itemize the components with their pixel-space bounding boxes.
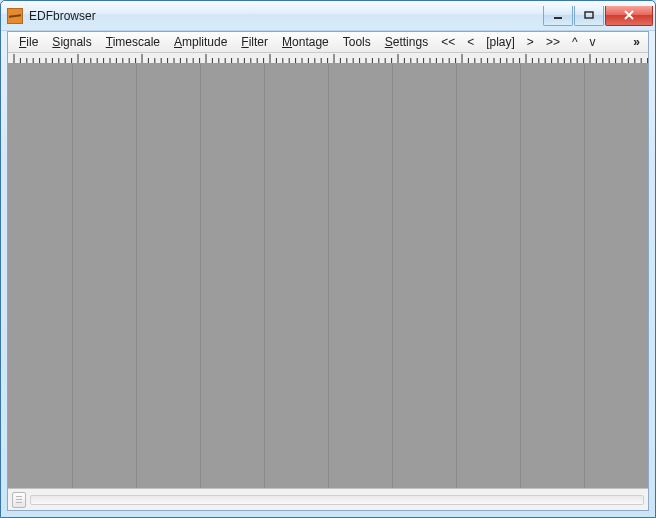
menu-montage[interactable]: Montage — [275, 33, 336, 51]
menu-file[interactable]: File — [12, 33, 45, 51]
nav-forward-fast[interactable]: >> — [540, 33, 566, 51]
window-controls — [543, 6, 653, 26]
window-title: EDFbrowser — [29, 9, 543, 23]
nav-forward[interactable]: > — [521, 33, 540, 51]
menubar: File Signals Timescale Amplitude Filter … — [8, 32, 648, 53]
maximize-button[interactable] — [574, 6, 604, 26]
titlebar[interactable]: EDFbrowser — [1, 1, 655, 31]
client-area: File Signals Timescale Amplitude Filter … — [7, 31, 649, 511]
app-window: EDFbrowser File Signals Timescale Amplit… — [0, 0, 656, 518]
menu-overflow[interactable]: » — [629, 33, 644, 51]
gridline — [456, 64, 457, 488]
svg-rect-0 — [554, 17, 562, 19]
maximize-icon — [584, 11, 594, 19]
gridline — [520, 64, 521, 488]
close-icon — [623, 10, 635, 20]
gridline — [264, 64, 265, 488]
nav-play[interactable]: [play] — [480, 33, 521, 51]
nav-rewind-fast[interactable]: << — [435, 33, 461, 51]
signal-canvas[interactable] — [8, 64, 648, 488]
menu-tools[interactable]: Tools — [336, 33, 378, 51]
app-icon — [7, 8, 23, 24]
gridline — [136, 64, 137, 488]
scroll-thumb[interactable] — [12, 492, 26, 508]
horizontal-scrollbar[interactable] — [8, 488, 648, 510]
nav-up[interactable]: ^ — [566, 33, 584, 51]
menu-amplitude[interactable]: Amplitude — [167, 33, 234, 51]
menu-timescale[interactable]: Timescale — [99, 33, 167, 51]
nav-rewind[interactable]: < — [461, 33, 480, 51]
gridline — [72, 64, 73, 488]
time-ruler — [8, 53, 648, 64]
gridline — [584, 64, 585, 488]
scroll-track[interactable] — [30, 495, 644, 505]
ruler-ticks-icon — [8, 53, 648, 64]
gridline — [328, 64, 329, 488]
menu-settings[interactable]: Settings — [378, 33, 435, 51]
minimize-icon — [553, 11, 563, 19]
svg-rect-1 — [585, 12, 593, 18]
minimize-button[interactable] — [543, 6, 573, 26]
nav-down[interactable]: v — [584, 33, 602, 51]
menu-signals[interactable]: Signals — [45, 33, 98, 51]
menu-filter[interactable]: Filter — [234, 33, 275, 51]
close-button[interactable] — [605, 6, 653, 26]
gridline — [200, 64, 201, 488]
gridline — [392, 64, 393, 488]
